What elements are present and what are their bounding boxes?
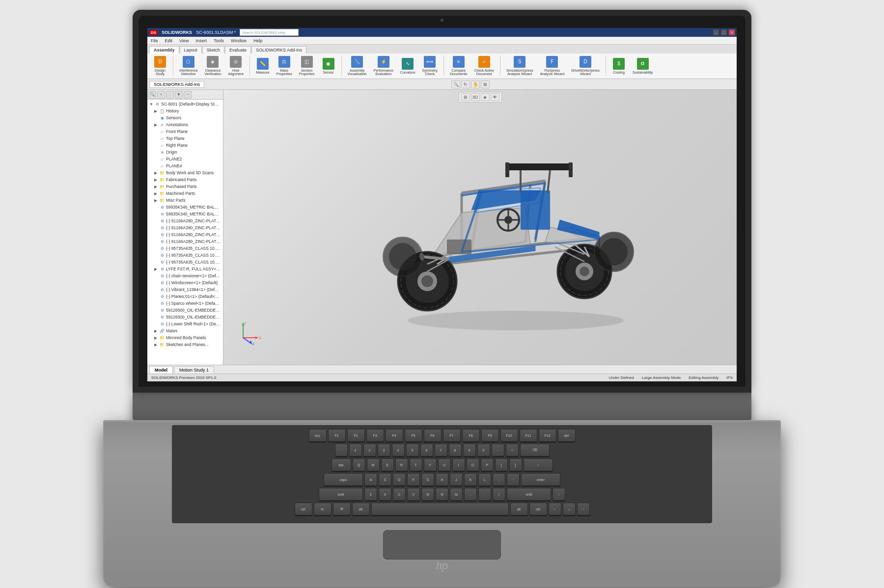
view-rotate-btn[interactable]: ↻ [461, 80, 470, 88]
list-item[interactable]: ⚙ (-) Sparco wheel<1> (Default<... [153, 300, 222, 307]
tool-check[interactable]: ✓ Check ActiveDocument [472, 55, 496, 77]
key-fn[interactable]: fn [314, 503, 332, 515]
menu-tools[interactable]: Tools [212, 38, 225, 44]
key-enter[interactable]: enter [521, 473, 560, 486]
key-f9[interactable]: F9 [481, 429, 499, 442]
key-b[interactable]: B [421, 488, 434, 501]
key-up[interactable]: ↑ [552, 488, 565, 501]
key-f10[interactable]: F10 [500, 429, 518, 442]
key-tab[interactable]: tab [332, 458, 351, 471]
key-minus[interactable]: - [492, 444, 504, 456]
key-down[interactable]: ↓ [563, 503, 576, 515]
tab-motion[interactable]: Motion Study 1 [174, 366, 214, 374]
key-u[interactable]: U [438, 458, 451, 471]
tool-drive[interactable]: D DriveWorksXpressWizard [569, 55, 602, 77]
tree-collapse-btn[interactable]: - [166, 91, 174, 99]
key-f11[interactable]: F11 [520, 429, 537, 442]
key-del[interactable]: del [558, 429, 576, 442]
key-space[interactable] [371, 503, 509, 515]
tree-origin[interactable]: ⊕ Origin [153, 149, 222, 156]
tree-filter-btn[interactable]: ▼ [175, 91, 183, 99]
tree-misc-parts[interactable]: ▶ 📁 Misc Parts [153, 197, 222, 204]
tool-compare[interactable]: ≡ CompareDocuments [448, 55, 469, 77]
key-bslash[interactable]: \ [524, 458, 553, 471]
key-alt-r[interactable]: alt [510, 503, 528, 515]
tool-symmetry[interactable]: ⟺ SymmetryCheck [420, 55, 440, 77]
key-c[interactable]: C [393, 488, 406, 501]
tree-right-plane[interactable]: ▱ Right Plane [153, 142, 222, 149]
key-o[interactable]: O [467, 458, 479, 471]
tool-design-study[interactable]: D DesignStudy [151, 55, 169, 77]
key-f5[interactable]: F5 [405, 429, 422, 442]
list-item[interactable]: ⚙ (-) 95735A635_CLASS 10.9 STEEL... [153, 252, 222, 259]
key-y[interactable]: Y [424, 458, 437, 471]
tree-mirrored[interactable]: ▶ 📁 Mirrored Body Panels [153, 334, 222, 341]
key-r[interactable]: R [395, 458, 408, 471]
tree-purch-parts[interactable]: ▶ 📁 Purchased Parts [153, 183, 222, 190]
key-6[interactable]: 6 [420, 444, 433, 456]
list-item[interactable]: ⚙ (-) 95735A635_CLASS 10.9 STEEL... [153, 245, 222, 252]
key-t[interactable]: T [410, 458, 422, 471]
key-3[interactable]: 3 [378, 444, 390, 456]
key-f12[interactable]: F12 [539, 429, 556, 442]
view-hide-btn[interactable]: 👁 [491, 93, 499, 101]
key-q[interactable]: Q [353, 458, 365, 471]
tree-more-btn[interactable]: ⋯ [184, 91, 192, 99]
tree-annotations[interactable]: ▶ A Annotations [153, 121, 222, 128]
key-shift-r[interactable]: shift [507, 488, 551, 501]
list-item[interactable]: ⚙ (-) Vibrant_11984<1> (Default) [153, 286, 222, 293]
list-item[interactable]: ⚙ (-) 91166A280_ZINC-PLATED STE... [153, 231, 222, 238]
tree-lyfe[interactable]: ▶ ⚙ LYFE FST-R, FULL ASSY<1> (Defa... [153, 266, 222, 272]
key-backspace[interactable]: ⌫ [520, 444, 550, 456]
tab-evaluate[interactable]: Evaluate [225, 46, 251, 53]
key-0[interactable]: 0 [477, 444, 490, 456]
search-box[interactable]: Search SOLIDWORKS Help [240, 29, 299, 36]
list-item[interactable]: ⚙ (-) Planes:01<1> (Default<... [153, 293, 222, 300]
tool-sustainability[interactable]: ♻ Sustainability [631, 57, 655, 76]
list-item[interactable]: ⚙ (-) Lower Shift Rod<1> (Default<... [153, 321, 222, 327]
tree-mates[interactable]: ▶ 🔗 Mates [153, 327, 222, 334]
key-l[interactable]: L [478, 473, 491, 486]
addins-button[interactable]: SOLIDWORKS Add-Ins [149, 81, 204, 88]
tree-expand-btn[interactable]: + [157, 91, 165, 99]
key-a[interactable]: A [364, 473, 377, 486]
key-7[interactable]: 7 [435, 444, 447, 456]
key-equals[interactable]: = [506, 444, 519, 456]
key-rbracket[interactable]: ] [509, 458, 522, 471]
key-s[interactable]: S [379, 473, 391, 486]
list-item[interactable]: ⚙ 59126500_OIL-EMBEDDED MOU... [153, 314, 222, 321]
tab-layout[interactable]: Layout [180, 46, 202, 53]
key-e[interactable]: E [381, 458, 394, 471]
tool-sensor[interactable]: ◉ Sensor [320, 57, 337, 76]
tab-model[interactable]: Model [149, 366, 173, 374]
key-5[interactable]: 5 [406, 444, 419, 456]
key-ctrl-r[interactable]: ctrl [529, 503, 547, 515]
key-quote[interactable]: ' [507, 473, 520, 486]
list-item[interactable]: ⚙ 59126500_OIL-EMBEDDED MOU... [153, 307, 222, 314]
3d-viewport[interactable]: X Y Z ⊞ 3D [223, 90, 737, 365]
key-f2[interactable]: F2 [347, 429, 365, 442]
key-right[interactable]: → [577, 503, 590, 515]
tree-sensors[interactable]: ◉ Sensors [153, 114, 222, 121]
key-f4[interactable]: F4 [386, 429, 403, 442]
key-esc[interactable]: esc [309, 429, 327, 442]
key-x[interactable]: X [379, 488, 391, 501]
key-f[interactable]: F [407, 473, 420, 486]
key-p[interactable]: P [481, 458, 494, 471]
key-f3[interactable]: F3 [366, 429, 384, 442]
key-w[interactable]: W [367, 458, 380, 471]
key-1[interactable]: 1 [349, 444, 362, 456]
key-comma[interactable]: , [464, 488, 477, 501]
key-alt-l[interactable]: alt [352, 503, 370, 515]
view-zoom-btn[interactable]: 🔍 [451, 80, 460, 88]
key-shift-l[interactable]: shift [319, 488, 363, 501]
menu-file[interactable]: File [149, 38, 160, 44]
list-item[interactable]: ⚙ (-) Windscreen<1> (Default) [153, 279, 222, 286]
list-item[interactable]: ⚙ 59935K340_METRIC BALL JOINT F... [153, 204, 222, 211]
key-left[interactable]: ← [549, 503, 561, 515]
list-item[interactable]: ⚙ 59935K340_METRIC BALL JOINT F... [153, 211, 222, 217]
tool-mass[interactable]: ⚖ MassProperties [275, 55, 294, 77]
tree-fab-parts[interactable]: ▶ 📁 Fabricated Parts [153, 176, 222, 183]
list-item[interactable]: ⚙ (-) 91166A280_ZINC-PLATED STE... [153, 224, 222, 231]
menu-insert[interactable]: Insert [194, 38, 208, 44]
